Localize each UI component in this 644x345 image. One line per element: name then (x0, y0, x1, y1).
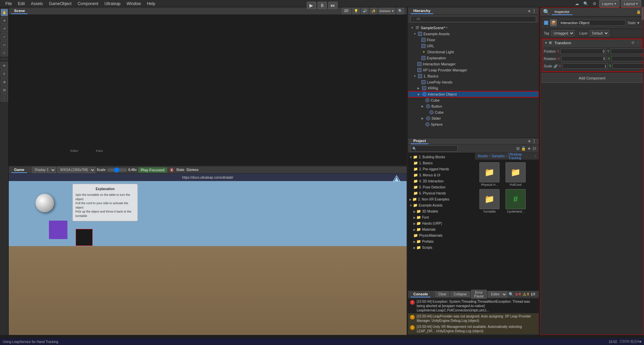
layers-dropdown[interactable]: Layers ▼ (599, 0, 620, 7)
pos-x-input[interactable] (561, 49, 606, 54)
transform-tool-icon[interactable]: ⬡ (1, 49, 8, 56)
project-star-icon[interactable]: ★ (527, 146, 531, 151)
console-search-icon[interactable]: 🔍 (509, 292, 514, 297)
folder-menus-ui[interactable]: 📁 3. Menus & UI (408, 172, 475, 178)
search-icon[interactable]: 🔍 (582, 0, 589, 7)
menu-item-assets[interactable]: Assets (28, 1, 46, 7)
rot-y-input[interactable] (611, 56, 644, 61)
game-display-select[interactable]: Display 1 (32, 167, 56, 173)
menu-item-gameobject[interactable]: GameObject (46, 1, 74, 7)
step-button[interactable]: ⏭ (328, 2, 338, 9)
error-pause-btn[interactable]: Error Pause (471, 290, 486, 299)
rect-tool-icon[interactable]: ▭ (1, 41, 8, 48)
scene-search-btn[interactable]: 🔍 (397, 8, 404, 14)
eye-toggle-icon[interactable]: 👁 (1, 62, 8, 69)
transform-menu-icon[interactable]: ⋮ (636, 41, 640, 45)
folder-basics[interactable]: 📁 1. Basics (408, 160, 475, 166)
settings-icon[interactable]: ⚙ (591, 0, 598, 7)
breadcrumb-assets[interactable]: Assets (478, 154, 488, 158)
scene-root-item[interactable]: ▼ 🎬 SampleScene* 👁 (408, 25, 539, 31)
breadcrumb-samples[interactable]: Samples (491, 154, 505, 158)
resolution-select[interactable]: WXGA (1366x768) (57, 167, 96, 173)
folder-hands-urp[interactable]: ▶ 📁 Hands (URP) (408, 221, 475, 227)
folder-3d-interaction[interactable]: 📁 4. 3D Interaction (408, 178, 475, 184)
inspector-lock-btn[interactable]: 🔒 (636, 10, 641, 14)
pivot-icon[interactable]: ⊕ (1, 78, 8, 85)
transform-settings-icon[interactable]: ⚙ (631, 41, 635, 45)
asset-pullcord[interactable]: 📁 PullCord (504, 162, 527, 186)
asset-cyclehand[interactable]: # CycleHand... (504, 189, 527, 213)
play-button[interactable]: ▶ (307, 2, 316, 9)
menu-item-edit[interactable]: Edit (15, 1, 27, 7)
tree-sphere[interactable]: Sphere (408, 121, 539, 127)
gizmos-btn[interactable]: Gizmos (186, 168, 198, 172)
scene-audio-btn[interactable]: 🔊 (361, 8, 368, 14)
cloud-icon[interactable]: ☁ (574, 0, 580, 7)
scene-effects-btn[interactable]: ✨ (370, 8, 377, 14)
object-enabled-checkbox[interactable]: ✓ (544, 21, 548, 25)
scale-x-input[interactable] (563, 63, 608, 69)
tree-url[interactable]: URL (408, 43, 539, 49)
project-options-icon[interactable]: ⋮ (532, 139, 536, 143)
console-msg-1[interactable]: ! [15:50:44] LeapProvider was not assign… (408, 313, 539, 324)
clear-btn[interactable]: Clear (435, 291, 449, 297)
folder-scripts[interactable]: ▶ 📁 Scripts (408, 245, 475, 251)
tree-button[interactable]: ▶ Button (408, 103, 539, 109)
static-chevron[interactable]: ▼ (637, 21, 640, 25)
console-msg-0[interactable]: ! [15:50:44] Exception: System.Threading… (408, 299, 539, 313)
tree-lowpoly-hands[interactable]: LowPoly Hands (408, 79, 539, 85)
project-view-icon[interactable]: ⊞ (516, 146, 520, 151)
tree-interaction-manager[interactable]: Interaction Manager (408, 61, 539, 67)
rot-x-input[interactable] (561, 56, 606, 61)
game-tab[interactable]: Game (11, 167, 27, 173)
tree-floor[interactable]: Floor (408, 37, 539, 43)
folder-example-assets[interactable]: ▼ 📁 Example Assets (408, 203, 475, 209)
asset-turntable[interactable]: 📁 Turntable (478, 189, 501, 213)
menu-item-file[interactable]: File (3, 1, 14, 7)
hierarchy-tab[interactable]: Hierarchy (411, 8, 433, 14)
layer-select[interactable]: Default (590, 30, 609, 36)
eye-toggle-hierarchy[interactable]: 👁 (445, 26, 448, 30)
tree-cube-2[interactable]: Cube (408, 109, 539, 115)
project-search-input[interactable] (411, 146, 458, 152)
folder-physical-hands[interactable]: 📁 6. Physical Hands (408, 190, 475, 196)
menu-item-component[interactable]: Component (75, 1, 101, 7)
folder-building-blocks[interactable]: ▼ 📁 2. Building Blocks (408, 154, 475, 160)
tree-interaction-object[interactable]: ▶ Interaction Object (408, 91, 539, 97)
pause-button[interactable]: ⏸ (317, 2, 327, 9)
folder-physic-materials[interactable]: 📁 PhysicMaterials (408, 233, 475, 239)
scale-tool-icon[interactable]: ⤢ (1, 33, 8, 40)
transform-header[interactable]: ▼ ⊞ Transform ⚙ ⋮ (542, 39, 642, 47)
hierarchy-add-btn[interactable]: + (528, 8, 531, 14)
folder-pose-detection[interactable]: 📁 5. Pose Detection (408, 184, 475, 190)
folder-non-xr[interactable]: ▶ 📁 2. Non-XR Examples (408, 196, 475, 203)
stats-btn[interactable]: Stats (176, 168, 184, 172)
layout-dropdown[interactable]: Layout ▼ (621, 0, 641, 7)
pos-y-input[interactable] (611, 49, 644, 54)
scene-lighting-btn[interactable]: 💡 (352, 8, 360, 14)
scene-gizmos-btn[interactable]: Gizmos ▼ (378, 8, 395, 14)
tag-select[interactable]: Untagged (551, 30, 575, 36)
scale-slider[interactable] (107, 168, 127, 172)
extra-icon[interactable]: ⋮ (1, 94, 8, 102)
folder-pre-rigged-hands[interactable]: 📁 2. Pre-rigged Hands (408, 166, 475, 172)
breadcrumb-ultraleap[interactable]: Ultraleap Tracking (509, 153, 534, 160)
add-component-btn[interactable]: Add Component (542, 73, 642, 83)
menu-item-ultraleap[interactable]: Ultraleap (102, 1, 123, 7)
hierarchy-search-input[interactable] (411, 16, 536, 22)
snap-icon[interactable]: ⊞ (1, 86, 8, 94)
project-lock-icon[interactable]: 🔒 (521, 146, 526, 151)
hand-tool-icon[interactable]: ✋ (1, 9, 8, 16)
mute-icon[interactable]: 🔇 (169, 168, 174, 172)
grid-icon[interactable]: # (1, 70, 8, 77)
folder-font[interactable]: ▶ 📁 Font (408, 215, 475, 221)
tree-xp-leap[interactable]: XP Leap Provider Manager (408, 67, 539, 73)
folder-materials[interactable]: ▶ 📁 Materials (408, 227, 475, 233)
object-name-input[interactable] (559, 20, 626, 26)
tree-cube-1[interactable]: Cube (408, 97, 539, 103)
collapse-btn[interactable]: Collapse (451, 291, 470, 297)
play-focused-label[interactable]: Play Focused (138, 167, 167, 173)
folder-prefabs[interactable]: ▶ 📁 Prefabs (408, 239, 475, 245)
scene-toolbar-2d-btn[interactable]: 2D (342, 8, 351, 14)
scene-tab[interactable]: Scene (11, 8, 27, 14)
